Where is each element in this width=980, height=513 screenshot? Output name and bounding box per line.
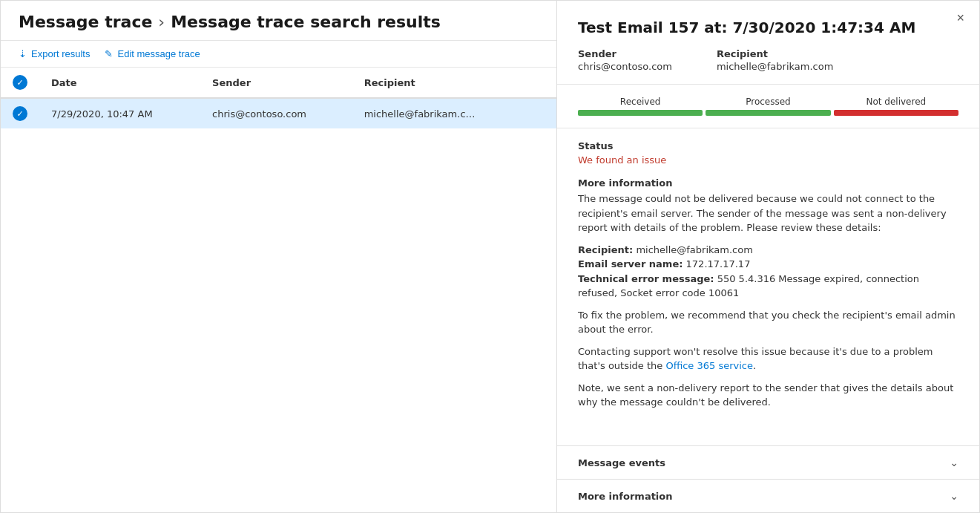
details-section: Status We found an issue More informatio… <box>557 128 979 445</box>
edit-label: Edit message trace <box>117 48 200 59</box>
row-sender-cell: chris@contoso.com <box>200 98 352 128</box>
recipient-group: Recipient michelle@fabrikam.com <box>717 48 833 72</box>
edit-message-trace-button[interactable]: ✎ Edit message trace <box>105 48 200 59</box>
recipient-detail-value: michelle@fabrikam.com <box>636 244 752 255</box>
info-paragraph-1: The message could not be delivered becau… <box>578 192 958 235</box>
panel-header: Test Email 157 at: 7/30/2020 1:47:34 AM … <box>557 1 979 85</box>
email-server-value: 172.17.17.17 <box>686 258 751 269</box>
row-check-icon: ✓ <box>13 106 27 121</box>
select-all-icon[interactable]: ✓ <box>13 75 27 90</box>
table-header-row: ✓ Date Sender Recipient <box>1 68 556 98</box>
more-information-label: More information <box>578 491 673 502</box>
toolbar: ⇣ Export results ✎ Edit message trace <box>1 41 556 68</box>
office365-link[interactable]: Office 365 service <box>665 360 753 371</box>
pipeline-container: Received Processed Not delivered <box>557 85 979 128</box>
breadcrumb-separator: › <box>158 13 165 31</box>
more-information-section[interactable]: More information ⌄ <box>557 479 979 512</box>
breadcrumb-area: Message trace › Message trace search res… <box>1 1 556 41</box>
download-icon: ⇣ <box>19 48 27 59</box>
table-row[interactable]: ✓ 7/29/2020, 10:47 AM chris@contoso.com … <box>1 98 556 128</box>
pipeline-step-processed: Processed <box>706 97 830 116</box>
more-info-text: The message could not be delivered becau… <box>578 192 958 410</box>
step-notdelivered-label: Not delivered <box>834 97 958 107</box>
note-paragraph: Note, we sent a non-delivery report to t… <box>578 381 958 410</box>
message-events-chevron-icon: ⌄ <box>950 457 958 468</box>
breadcrumb: Message trace › Message trace search res… <box>19 13 539 31</box>
col-date-header[interactable]: Date <box>39 68 200 98</box>
sender-recipient-row: Sender chris@contoso.com Recipient miche… <box>578 48 958 72</box>
more-info-group: More information The message could not b… <box>578 177 958 410</box>
message-events-label: Message events <box>578 457 665 468</box>
more-info-heading: More information <box>578 177 958 189</box>
tech-error-label: Technical error message: <box>578 273 714 284</box>
info-paragraph-details: Recipient: michelle@fabrikam.com Email s… <box>578 243 958 301</box>
more-information-chevron-icon: ⌄ <box>950 490 958 502</box>
row-extra-cell <box>526 98 556 128</box>
row-recipient-cell: michelle@fabrikam.c… <box>352 98 526 128</box>
status-group: Status We found an issue <box>578 140 958 166</box>
close-button[interactable]: × <box>956 11 964 24</box>
results-table-container: ✓ Date Sender Recipient ✓ 7/29/2020, 10:… <box>1 68 556 512</box>
detail-panel: × Test Email 157 at: 7/30/2020 1:47:34 A… <box>557 1 979 512</box>
breadcrumb-current: Message trace search results <box>171 13 441 31</box>
step-received-label: Received <box>578 97 703 107</box>
support-text-2: . <box>753 360 756 371</box>
step-received-bar <box>578 110 703 116</box>
export-label: Export results <box>31 48 90 59</box>
col-extra-header <box>526 68 556 98</box>
left-panel: Message trace › Message trace search res… <box>1 1 557 512</box>
step-notdelivered-bar <box>834 110 958 116</box>
col-status-header: ✓ <box>1 68 39 98</box>
fix-paragraph: To fix the problem, we recommend that yo… <box>578 308 958 337</box>
row-status-cell: ✓ <box>1 98 39 128</box>
email-server-label: Email server name: <box>578 258 683 269</box>
support-paragraph: Contacting support won't resolve this is… <box>578 344 958 373</box>
status-value: We found an issue <box>578 154 958 166</box>
recipient-label: Recipient <box>717 48 833 59</box>
pipeline-step-received: Received <box>578 97 703 116</box>
row-date-cell: 7/29/2020, 10:47 AM <box>39 98 200 128</box>
col-sender-header[interactable]: Sender <box>200 68 352 98</box>
panel-title: Test Email 157 at: 7/30/2020 1:47:34 AM <box>578 19 958 36</box>
sender-group: Sender chris@contoso.com <box>578 48 672 72</box>
breadcrumb-parent[interactable]: Message trace <box>19 13 152 31</box>
edit-icon: ✎ <box>105 48 113 59</box>
pipeline-step-notdelivered: Not delivered <box>834 97 958 116</box>
sender-value: chris@contoso.com <box>578 61 672 72</box>
message-events-section[interactable]: Message events ⌄ <box>557 445 979 479</box>
status-heading: Status <box>578 140 958 151</box>
step-processed-bar <box>706 110 830 116</box>
pipeline-steps: Received Processed Not delivered <box>578 97 958 116</box>
recipient-detail-label: Recipient: <box>578 244 633 255</box>
recipient-value: michelle@fabrikam.com <box>717 61 833 72</box>
sender-label: Sender <box>578 48 672 59</box>
col-recipient-header[interactable]: Recipient <box>352 68 526 98</box>
results-table: ✓ Date Sender Recipient ✓ 7/29/2020, 10:… <box>1 68 556 128</box>
step-processed-label: Processed <box>706 97 830 107</box>
export-results-button[interactable]: ⇣ Export results <box>19 48 90 59</box>
